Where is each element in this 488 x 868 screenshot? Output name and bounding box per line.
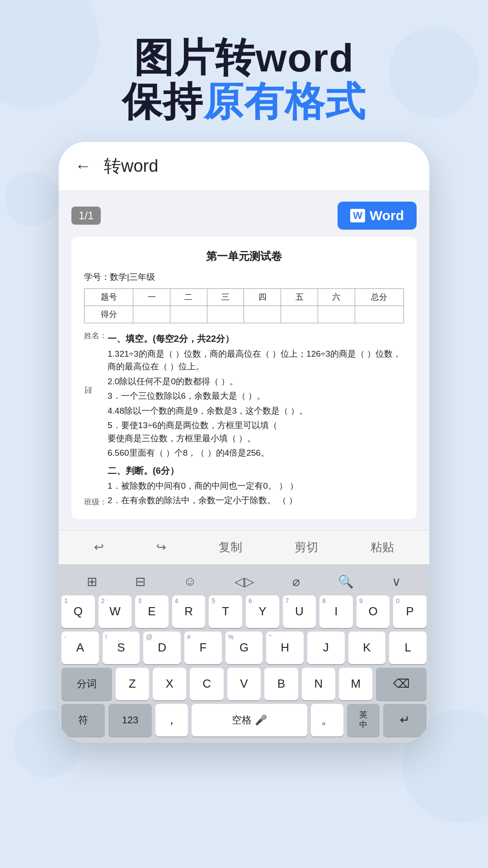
enter-key[interactable]: ↵ [383,704,427,736]
delete-key[interactable]: ⌫ [376,668,427,700]
key-S[interactable]: !S [103,632,140,664]
key-G[interactable]: %G [225,632,263,664]
page-title: 转word [104,155,158,178]
headline-2-prefix: 保持 [122,79,203,124]
key-symbol[interactable]: 符 [61,704,105,736]
kb-rows: 1Q 2W 3E 4R 5T 6Y 7U 8I 9O 0P -A !S @D #… [59,594,429,743]
top-bar: ← 转word [59,142,429,191]
question-5: 5．要使13÷6的商是两位数，方框里可以填（要使商是三位数，方框里最小填（ ）。 [108,419,404,445]
key-M[interactable]: M [339,668,372,700]
key-Z[interactable]: Z [116,668,149,700]
key-fenci[interactable]: 分词 [61,668,112,700]
table-data-cell [170,306,207,323]
key-C[interactable]: C [190,668,223,700]
key-R[interactable]: 4R [172,595,206,628]
seal-label: 封 [84,383,108,419]
undo-button[interactable]: ↩ [87,538,111,556]
key-comma[interactable]: ， [155,704,188,736]
key-U[interactable]: 7U [283,595,316,628]
class-label: 班级： [84,496,108,508]
key-J[interactable]: J [307,632,345,664]
kb-emoji-button[interactable]: ☺ [179,572,201,590]
paste-button[interactable]: 粘贴 [363,538,401,557]
page-badge: 1/1 [71,207,101,225]
kb-cursor-button[interactable]: ◁▷ [230,572,259,591]
kb-collapse-button[interactable]: ∨ [387,572,406,591]
key-N[interactable]: N [302,668,335,700]
space-key[interactable]: 空格 🎤 [192,704,307,736]
doc-toolbar: 1/1 W Word [71,202,417,230]
key-I[interactable]: 8I [319,595,353,628]
key-L[interactable]: L [389,632,427,664]
main-content: 一、填空。(每空2分，共22分） 1.321÷3的商是（ ）位数，商的最高位在（… [108,328,404,508]
content-with-labels: 姓名： 封 班级： 一、填空。(每空2分，共22分） 1.321÷3的商是（ ）… [84,328,404,508]
phone-mockup: ← 转word 1/1 W Word 第一单元测试卷 学号： 数学|三年级 题号… [59,142,429,743]
table-header-cell: 三 [207,289,244,306]
question-3: 3．一个三位数除以6，余数最大是（ ）。 [108,390,404,403]
doc-content: 第一单元测试卷 学号： 数学|三年级 题号 一 二 三 四 五 六 总分 得 [71,237,417,519]
key-K[interactable]: K [348,632,386,664]
question-8: 2．在有余数的除法中，余数一定小于除数。 （ ） [108,494,404,507]
word-icon: W [350,209,365,222]
word-btn-label: Word [370,208,404,223]
section-1-heading: 一、填空。(每空2分，共22分） [108,331,404,346]
table-data-cell: 得分 [84,306,133,323]
key-P[interactable]: 0P [393,595,427,628]
key-Y[interactable]: 6Y [246,595,279,628]
key-A[interactable]: -A [61,632,99,664]
table-data-cell [207,306,244,323]
key-O[interactable]: 9O [357,595,390,628]
table-data-cell [318,306,355,323]
key-period[interactable]: 。 [311,704,343,736]
section-2-heading: 二、判断。(6分） [108,463,404,478]
key-V[interactable]: V [227,668,261,700]
table-data-cell [355,306,404,323]
key-Q[interactable]: 1Q [61,595,95,628]
key-X[interactable]: X [153,668,186,700]
word-export-button[interactable]: W Word [338,202,417,230]
kb-keyboard-button[interactable]: ⊟ [131,572,150,591]
key-B[interactable]: B [264,668,298,700]
kb-row-2: -A !S @D #F %G "H J K L [61,632,427,664]
table-header-cell: 二 [170,289,207,306]
headline-2-blue: 原有格式 [203,79,366,124]
kb-row-4: 符 123 ， 空格 🎤 。 英中 ↵ [61,704,427,736]
doc-meta-value: 数学|三年级 [110,270,155,284]
table-header-cell: 六 [318,289,355,306]
key-123[interactable]: 123 [108,704,152,736]
question-7: 1．被除数的中间有0，商的中间也一定有0。 ） ） [108,480,404,493]
side-labels-col: 姓名： 封 班级： [84,328,108,508]
kb-row-1: 1Q 2W 3E 4R 5T 6Y 7U 8I 9O 0P [61,595,427,628]
key-F[interactable]: #F [184,632,222,664]
table-header-cell: 总分 [355,289,404,306]
cut-button[interactable]: 剪切 [287,538,325,557]
kb-grid-button[interactable]: ⊞ [82,572,102,591]
question-1: 1.321÷3的商是（ ）位数，商的最高位在（ ）位上；126÷3的商是（ ）位… [108,348,404,373]
redo-button[interactable]: ↪ [149,538,174,556]
table-data-cell [133,306,170,323]
question-6: 6.560里面有（ ）个8，（ ）的4倍是256。 [108,447,404,460]
key-H[interactable]: "H [266,632,304,664]
table-data-cell [244,306,281,323]
table-header-cell: 五 [281,289,318,306]
name-label: 姓名： [84,330,108,342]
doc-meta: 学号： 数学|三年级 [84,270,404,284]
edit-toolbar: ↩ ↪ 复制 剪切 粘贴 [59,530,429,564]
key-D[interactable]: @D [143,632,181,664]
key-W[interactable]: 2W [99,595,132,628]
keyboard-top-bar: ⊞ ⊟ ☺ ◁▷ ⌀ 🔍 ∨ [59,569,429,594]
table-header-cell: 四 [244,289,281,306]
key-E[interactable]: 3E [135,595,169,628]
kb-clip-button[interactable]: ⌀ [288,572,305,591]
key-T[interactable]: 5T [209,595,242,628]
question-4: 4.48除以一个数的商是9，余数是3，这个数是（ ）。 [108,405,404,418]
document-area: 1/1 W Word 第一单元测试卷 学号： 数学|三年级 题号 一 二 三 四 [59,191,429,530]
table-data-cell [281,306,318,323]
key-lang[interactable]: 英中 [347,704,380,736]
question-2: 2.0除以任何不是0的数都得（ ）。 [108,375,404,388]
doc-meta-label: 学号： [84,270,110,284]
doc-title: 第一单元测试卷 [84,248,404,265]
kb-search-button[interactable]: 🔍 [333,572,358,591]
back-button[interactable]: ← [75,156,91,175]
copy-button[interactable]: 复制 [211,538,249,557]
